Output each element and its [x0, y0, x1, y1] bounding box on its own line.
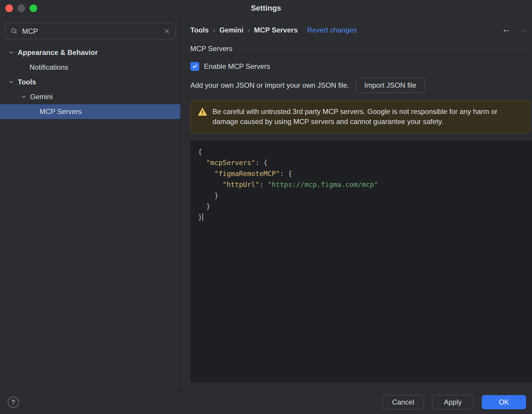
- search-input[interactable]: MCP: [22, 27, 160, 35]
- sidebar-item-label: Gemini: [30, 93, 53, 101]
- settings-search-field[interactable]: MCP ✕: [5, 23, 176, 39]
- import-json-row: Add your own JSON or import your own JSO…: [190, 78, 532, 93]
- ok-button[interactable]: OK: [482, 395, 526, 409]
- breadcrumb-item-tools[interactable]: Tools: [190, 26, 209, 34]
- json-editor-code[interactable]: { "mcpServers": { "figmaRemoteMCP": { "h…: [190, 141, 532, 223]
- sidebar-item-label: MCP Servers: [40, 107, 82, 116]
- sidebar-item-gemini[interactable]: Gemini: [0, 89, 180, 104]
- chevron-down-icon[interactable]: [8, 50, 14, 56]
- help-button[interactable]: ?: [8, 397, 19, 408]
- breadcrumb: Tools › Gemini › MCP Servers Revert chan…: [190, 21, 532, 39]
- sidebar-item-label: Tools: [18, 78, 36, 86]
- enable-mcp-label[interactable]: Enable MCP Servers: [204, 62, 270, 71]
- sidebar-item-appearance-behavior[interactable]: Appearance & Behavior: [0, 45, 180, 60]
- enable-mcp-checkbox[interactable]: [190, 62, 199, 71]
- chevron-down-icon[interactable]: [21, 94, 27, 100]
- revert-changes-link[interactable]: Revert changes: [307, 26, 357, 34]
- forward-icon: →: [519, 24, 528, 34]
- sidebar-item-label: Notifications: [30, 63, 68, 71]
- mcp-servers-panel: Tools › Gemini › MCP Servers Revert chan…: [181, 17, 532, 390]
- footer-buttons: Cancel Apply OK: [382, 395, 526, 409]
- sidebar-item-notifications[interactable]: Notifications: [0, 60, 180, 75]
- clear-search-icon[interactable]: ✕: [164, 27, 170, 35]
- cancel-button[interactable]: Cancel: [382, 395, 424, 409]
- dialog-footer: ? Cancel Apply OK: [0, 390, 532, 414]
- back-icon[interactable]: ←: [502, 24, 511, 34]
- json-editor[interactable]: { "mcpServers": { "figmaRemoteMCP": { "h…: [190, 141, 532, 383]
- breadcrumb-separator-icon: ›: [213, 26, 215, 34]
- apply-button[interactable]: Apply: [432, 395, 473, 409]
- warning-icon: [198, 107, 207, 118]
- settings-window: Settings MCP ✕ Appearance & Behavior: [0, 0, 532, 414]
- breadcrumb-item-mcp-servers: MCP Servers: [254, 26, 298, 34]
- breadcrumb-separator-icon: ›: [248, 26, 250, 34]
- section-divider: [238, 49, 530, 49]
- section-header: MCP Servers: [190, 44, 532, 53]
- sidebar-item-tools[interactable]: Tools: [0, 75, 180, 89]
- breadcrumb-item-gemini[interactable]: Gemini: [219, 26, 243, 34]
- history-navigation: ← →: [502, 24, 528, 34]
- add-json-text: Add your own JSON or import your own JSO…: [190, 81, 349, 89]
- enable-mcp-row: Enable MCP Servers: [190, 62, 532, 71]
- titlebar: Settings: [0, 0, 532, 17]
- sidebar-item-mcp-servers[interactable]: MCP Servers: [0, 104, 180, 119]
- warning-text: Be careful with untrusted 3rd party MCP …: [213, 107, 523, 127]
- search-icon: [10, 27, 18, 35]
- section-title: MCP Servers: [190, 45, 232, 53]
- chevron-down-icon[interactable]: [8, 79, 14, 85]
- help-icon: ?: [11, 398, 15, 406]
- warning-banner: Be careful with untrusted 3rd party MCP …: [190, 100, 530, 133]
- sidebar-item-label: Appearance & Behavior: [18, 48, 98, 57]
- settings-sidebar: MCP ✕ Appearance & Behavior Notification…: [0, 17, 180, 390]
- window-title: Settings: [0, 4, 532, 13]
- text-cursor: [202, 213, 203, 221]
- import-json-file-button[interactable]: Import JSON file: [356, 78, 425, 93]
- settings-tree: Appearance & Behavior Notifications Tool…: [0, 45, 180, 119]
